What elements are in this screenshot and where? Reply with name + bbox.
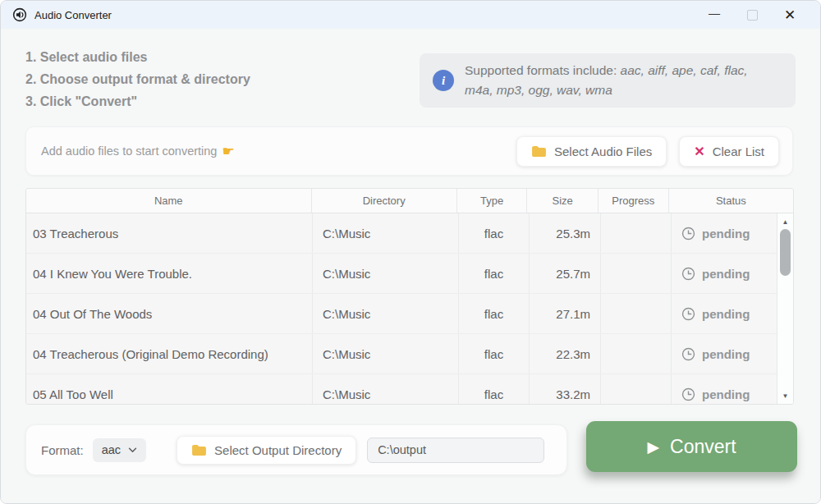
play-icon: ▶: [647, 438, 659, 456]
format-selected-value: aac: [102, 443, 121, 456]
column-header-name[interactable]: Name: [26, 189, 312, 213]
cell-status: pending: [672, 213, 780, 253]
files-table: Name Directory Type Size Progress Status…: [25, 188, 794, 405]
output-settings-bar: Format: aac Select Output Directory: [25, 424, 567, 475]
scrollbar-thumb[interactable]: [780, 229, 791, 276]
clear-list-label: Clear List: [713, 144, 764, 158]
cell-progress: [601, 254, 672, 293]
window-title: Audio Converter: [34, 9, 112, 21]
clear-list-button[interactable]: ✕ Clear List: [679, 136, 779, 167]
convert-label: Convert: [670, 436, 736, 458]
cell-directory: C:\Music: [313, 374, 459, 405]
close-button[interactable]: ✕: [771, 2, 809, 27]
clock-icon: [681, 387, 695, 401]
minimize-icon: —: [709, 7, 720, 20]
clock-icon: [681, 347, 695, 361]
title-bar: Audio Converter — ✕: [1, 1, 820, 29]
column-header-directory[interactable]: Directory: [312, 189, 457, 213]
column-header-status[interactable]: Status: [669, 189, 793, 213]
cell-size: 25.3m: [530, 213, 601, 253]
cell-directory: C:\Music: [313, 213, 459, 253]
chevron-down-icon: [128, 447, 137, 453]
format-select[interactable]: aac: [93, 438, 146, 462]
table-row[interactable]: 04 I Knew You Were Trouble. C:\Music fla…: [26, 254, 793, 294]
folder-icon: [191, 444, 207, 456]
cell-progress: [601, 334, 672, 373]
cell-directory: C:\Music: [313, 254, 459, 293]
cell-directory: C:\Music: [313, 294, 459, 333]
select-output-directory-label: Select Output Directory: [214, 443, 342, 457]
formats-prefix: Supported formats include:: [465, 63, 621, 77]
file-actions-bar: Add audio files to start converting ☛ Se…: [25, 126, 793, 176]
maximize-button[interactable]: [733, 2, 771, 27]
instruction-step-2: 2. Choose output format & directory: [25, 68, 250, 90]
clock-icon: [681, 307, 695, 321]
status-text: pending: [702, 347, 750, 361]
column-header-size[interactable]: Size: [527, 189, 599, 213]
clock-icon: [681, 267, 695, 281]
minimize-button[interactable]: —: [695, 2, 733, 27]
output-path-input[interactable]: [367, 438, 544, 463]
cell-type: flac: [459, 213, 530, 253]
folder-icon: [531, 145, 547, 158]
column-header-type[interactable]: Type: [457, 189, 528, 213]
add-files-hint: Add audio files to start converting: [41, 144, 217, 158]
scroll-up-icon[interactable]: ▲: [777, 218, 793, 226]
main-content: 1. Select audio files 2. Choose output f…: [1, 29, 820, 503]
select-audio-files-button[interactable]: Select Audio Files: [516, 136, 667, 167]
cell-progress: [601, 374, 672, 405]
app-icon: [12, 7, 27, 22]
cell-type: flac: [459, 374, 530, 405]
table-row[interactable]: 04 Out Of The Woods C:\Music flac 27.1m …: [26, 294, 793, 334]
status-text: pending: [702, 227, 750, 241]
cell-status: pending: [672, 334, 780, 373]
cell-progress: [601, 213, 672, 253]
cell-status: pending: [672, 374, 780, 405]
convert-button[interactable]: ▶ Convert: [586, 421, 797, 472]
cell-status: pending: [672, 254, 780, 293]
clear-x-icon: ✕: [694, 144, 704, 159]
table-header-row: Name Directory Type Size Progress Status: [26, 189, 793, 213]
cell-name: 05 All Too Well: [26, 374, 313, 405]
cell-type: flac: [459, 294, 530, 333]
format-label: Format:: [41, 443, 84, 457]
select-output-directory-button[interactable]: Select Output Directory: [177, 436, 356, 465]
cell-type: flac: [459, 334, 530, 373]
clock-icon: [681, 227, 695, 241]
supported-formats-infobox: i Supported formats include: aac, aiff, …: [420, 53, 796, 108]
info-icon: i: [433, 70, 454, 91]
column-header-progress[interactable]: Progress: [599, 189, 669, 213]
cell-status: pending: [672, 294, 780, 333]
scroll-down-icon[interactable]: ▼: [777, 392, 793, 400]
cell-size: 27.1m: [530, 294, 601, 333]
status-text: pending: [702, 307, 750, 321]
cell-progress: [601, 294, 672, 333]
instruction-step-1: 1. Select audio files: [25, 46, 250, 68]
cell-type: flac: [459, 254, 530, 293]
table-row[interactable]: 03 Treacherous C:\Music flac 25.3m pendi…: [26, 213, 793, 254]
instructions-list: 1. Select audio files 2. Choose output f…: [25, 46, 250, 112]
supported-formats-text: Supported formats include: aac, aiff, ap…: [465, 61, 779, 100]
maximize-icon: [747, 10, 758, 21]
cell-name: 04 Treacherous (Original Demo Recording): [26, 334, 313, 373]
status-text: pending: [702, 387, 750, 401]
pointing-hand-icon: ☛: [222, 143, 234, 160]
cell-name: 04 Out Of The Woods: [26, 294, 313, 333]
table-row[interactable]: 04 Treacherous (Original Demo Recording)…: [26, 334, 793, 374]
cell-size: 22.3m: [530, 334, 601, 373]
table-scrollbar[interactable]: ▲ ▼: [777, 213, 793, 405]
table-body: 03 Treacherous C:\Music flac 25.3m pendi…: [26, 213, 793, 405]
cell-directory: C:\Music: [313, 334, 459, 373]
cell-size: 33.2m: [530, 374, 601, 405]
instruction-step-3: 3. Click "Convert": [25, 90, 250, 112]
table-row[interactable]: 05 All Too Well C:\Music flac 33.2m pend…: [26, 374, 793, 405]
cell-name: 03 Treacherous: [26, 213, 313, 253]
status-text: pending: [702, 267, 750, 281]
app-window: Audio Converter — ✕ 1. Select audio file…: [0, 0, 821, 504]
close-icon: ✕: [784, 7, 796, 24]
cell-size: 25.7m: [530, 254, 601, 293]
select-audio-files-label: Select Audio Files: [554, 144, 652, 158]
cell-name: 04 I Knew You Were Trouble.: [26, 254, 313, 293]
